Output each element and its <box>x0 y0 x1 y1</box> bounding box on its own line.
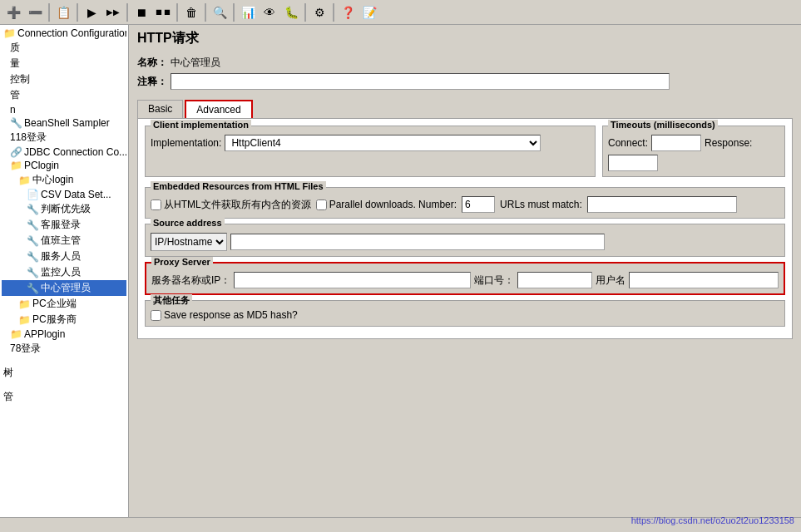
checkbox2-label[interactable]: Parallel downloads. Number: <box>316 199 457 210</box>
duty-icon: 🔧 <box>27 235 39 247</box>
sidebar-item-pclogin[interactable]: 📁 PClogin <box>2 159 126 172</box>
tab-advanced[interactable]: Advanced <box>185 100 252 118</box>
connect-label: Connect: <box>608 137 648 149</box>
sidebar-item-guan2[interactable]: 管 <box>2 389 126 405</box>
sidebar-item-monitor[interactable]: 🔧 监控人员 <box>2 264 126 280</box>
source-type-container: IP/Hostname Device <box>151 233 227 251</box>
toolbar-sep-8 <box>333 3 334 22</box>
sidebar-item-qi[interactable]: 质 <box>2 40 126 56</box>
toolbar-btn-run[interactable]: ▶ <box>82 2 101 22</box>
sidebar-item-n[interactable]: n <box>2 103 126 116</box>
sidebar-item-csv[interactable]: 📄 CSV Data Set... <box>2 188 126 201</box>
pclogin-folder-icon: 📁 <box>10 160 22 171</box>
sidebar-item-pc-service[interactable]: 📁 PC服务商 <box>2 312 126 328</box>
toolbar-btn-b1[interactable]: 📊 <box>238 2 258 22</box>
md5-input[interactable] <box>151 310 161 321</box>
http-request-panel: HTTP请求 名称： 中心管理员 注释： Basic <box>129 25 801 517</box>
sidebar-item-kefu-login[interactable]: 🔧 客服登录 <box>2 217 126 233</box>
content-area: HTTP请求 名称： 中心管理员 注释： Basic <box>129 25 801 517</box>
sidebar-item-guan[interactable]: 管 <box>2 87 126 103</box>
toolbar-sep-6 <box>233 3 235 22</box>
client-timeouts-row: Client implementation Implementation: Ht… <box>145 126 785 182</box>
toolbar-btn-settings[interactable]: ⚙ <box>309 2 329 22</box>
sidebar-item-tree[interactable]: 树 <box>2 365 126 381</box>
tab-basic[interactable]: Basic <box>137 100 183 118</box>
sidebar-item-liang[interactable]: 量 <box>2 56 126 71</box>
proxy-username-input[interactable] <box>629 272 779 288</box>
sidebar-item-center-admin[interactable]: 🔧 中心管理员 <box>2 280 126 296</box>
timeouts-section: Timeouts (milliseconds) Connect: Respons… <box>602 126 785 177</box>
toolbar-btn-copy[interactable]: 📋 <box>53 2 73 22</box>
pc-service-icon: 📁 <box>18 314 31 326</box>
name-value: 中心管理员 <box>171 56 220 70</box>
other-tasks-legend: 其他任务 <box>151 294 192 307</box>
proxy-server-legend: Proxy Server <box>151 257 213 267</box>
sidebar: 📁 Connection Configuration 质 量 控制 管 n <box>0 25 129 517</box>
toolbar-btn-stop[interactable]: ⏹ <box>131 2 151 22</box>
sidebar-item-applogin[interactable]: 📁 APPlogin <box>2 328 126 341</box>
comment-row: 注释： <box>137 73 793 90</box>
pc-enterprise-icon: 📁 <box>18 298 31 310</box>
beanshell-icon: 🔧 <box>10 117 22 129</box>
sidebar-item-78login[interactable]: 78登录 <box>2 341 126 357</box>
proxy-port-input[interactable] <box>517 272 592 288</box>
toolbar-btn-b3[interactable]: 🐛 <box>281 2 301 22</box>
source-address-input[interactable] <box>230 234 605 250</box>
connect-input[interactable] <box>651 135 701 151</box>
embedded-resources-legend: Embedded Resources from HTML Files <box>151 181 326 191</box>
sidebar-item-pc-enterprise[interactable]: 📁 PC企业端 <box>2 296 126 312</box>
server-label: 服务器名称或IP： <box>151 273 230 288</box>
parallel-number-input[interactable] <box>462 196 495 213</box>
proxy-server-input[interactable] <box>234 272 471 288</box>
response-input[interactable] <box>608 155 658 171</box>
timeouts-row: Connect: Response: <box>608 135 779 171</box>
sidebar-item-center-login[interactable]: 📁 中心login <box>2 172 126 188</box>
watermark: https://blog.csdn.net/o2uo2t2uo1233158 <box>631 515 794 525</box>
toolbar-btn-run-all[interactable]: ▶▶ <box>103 2 123 22</box>
toolbar-btn-add[interactable]: ➕ <box>3 2 23 22</box>
panel-inner: 名称： 中心管理员 注释： <box>129 52 801 96</box>
sidebar-item-priority[interactable]: 🔧 判断优先级 <box>2 201 126 217</box>
sidebar-item-conn-config[interactable]: 📁 Connection Configuration <box>2 27 126 40</box>
comment-input[interactable] <box>171 73 670 90</box>
toolbar-btn-extra[interactable]: 📝 <box>359 2 379 22</box>
toolbar-btn-search[interactable]: 🔍 <box>210 2 230 22</box>
sidebar-item-service-staff[interactable]: 🔧 服务人员 <box>2 249 126 264</box>
proxy-row: 服务器名称或IP： 端口号： 用户名 <box>151 272 779 288</box>
impl-label: Implementation: <box>151 137 221 149</box>
toolbar-sep-4 <box>176 3 178 22</box>
sidebar-item-118login[interactable]: 118登录 <box>2 130 126 145</box>
name-row: 名称： 中心管理员 <box>137 56 793 70</box>
other-tasks-row: Save response as MD5 hash? <box>151 309 779 321</box>
monitor-icon: 🔧 <box>27 267 39 278</box>
name-label: 名称： <box>137 56 167 70</box>
sidebar-item-duty-manager[interactable]: 🔧 值班主管 <box>2 233 126 249</box>
client-impl-legend: Client implementation <box>151 120 251 130</box>
username-label: 用户名 <box>596 273 625 288</box>
port-label: 端口号： <box>474 273 514 288</box>
response-label: Response: <box>705 137 752 149</box>
sidebar-item-beanshell[interactable]: 🔧 BeanShell Sampler <box>2 116 126 130</box>
toolbar-btn-remove[interactable]: ➖ <box>25 2 45 22</box>
impl-row: Implementation: HttpClient4 HttpClient3.… <box>151 135 590 151</box>
checkbox2-input[interactable] <box>316 200 327 210</box>
applogin-folder-icon: 📁 <box>10 328 22 340</box>
service-icon: 🔧 <box>27 251 39 263</box>
checkbox1-input[interactable] <box>151 200 161 210</box>
tab-content-advanced: Client implementation Implementation: Ht… <box>137 118 793 339</box>
sidebar-item-kongzhi[interactable]: 控制 <box>2 71 126 87</box>
sidebar-item-space2 <box>2 381 126 389</box>
other-tasks-section: 其他任务 Save response as MD5 hash? <box>145 300 785 327</box>
toolbar-sep-1 <box>48 3 50 22</box>
source-address-section: Source address IP/Hostname Device <box>145 224 785 257</box>
toolbar-btn-stop-all[interactable]: ⏹⏹ <box>153 2 173 22</box>
checkbox1-label[interactable]: 从HTML文件获取所有内含的资源 <box>151 198 311 212</box>
urls-input[interactable] <box>587 196 737 213</box>
toolbar-btn-clear[interactable]: 🗑 <box>181 2 201 22</box>
impl-select[interactable]: HttpClient4 HttpClient3.1 HttpClient4 Ja… <box>225 135 541 151</box>
source-type-select[interactable]: IP/Hostname Device <box>151 233 227 251</box>
md5-label[interactable]: Save response as MD5 hash? <box>151 309 779 321</box>
toolbar-btn-help[interactable]: ❓ <box>338 2 358 22</box>
sidebar-item-jdbc[interactable]: 🔗 JDBC Connection Co... <box>2 145 126 159</box>
toolbar-btn-b2[interactable]: 👁 <box>260 2 279 22</box>
